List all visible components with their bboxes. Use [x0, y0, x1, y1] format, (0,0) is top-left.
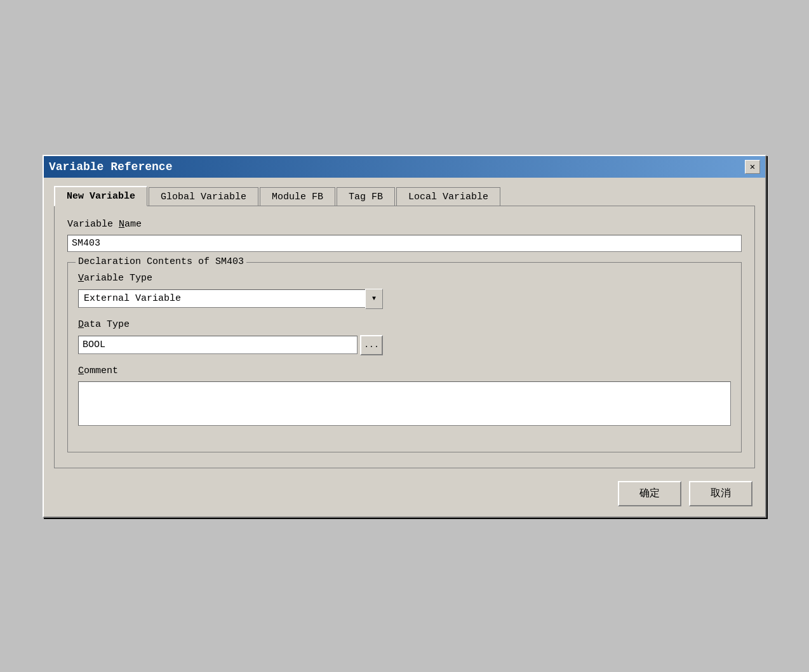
- declaration-contents-group: Declaration Contents of SM403 Variable T…: [67, 262, 742, 452]
- tab-global-variable[interactable]: Global Variable: [149, 187, 258, 206]
- dropdown-arrow-icon[interactable]: ▼: [365, 289, 383, 309]
- close-icon: ✕: [750, 161, 755, 172]
- close-button[interactable]: ✕: [745, 160, 760, 174]
- comment-section: Comment: [78, 366, 731, 429]
- variable-name-input[interactable]: [67, 235, 742, 252]
- variable-type-select[interactable]: External Variable Local Variable Input V…: [78, 289, 366, 308]
- cancel-button[interactable]: 取消: [689, 481, 752, 506]
- group-box-title: Declaration Contents of SM403: [76, 256, 246, 267]
- data-type-section: Data Type ...: [78, 319, 731, 355]
- tab-bar: New Variable Global Variable Module FB T…: [54, 185, 755, 206]
- data-type-input[interactable]: [78, 336, 358, 354]
- data-type-label: Data Type: [78, 319, 731, 330]
- dialog-title: Variable Reference: [49, 161, 172, 173]
- title-bar: Variable Reference ✕: [44, 156, 765, 178]
- tab-module-fb[interactable]: Module FB: [260, 187, 335, 206]
- variable-type-dropdown-container: External Variable Local Variable Input V…: [78, 289, 383, 309]
- variable-name-label: Variable Name: [67, 219, 742, 230]
- variable-type-section: Variable Type External Variable Local Va…: [78, 273, 731, 309]
- button-row: 确定 取消: [54, 481, 755, 506]
- variable-type-label: Variable Type: [78, 273, 731, 284]
- browse-button[interactable]: ...: [360, 335, 383, 355]
- dialog-window: Variable Reference ✕ New Variable Global…: [43, 155, 766, 518]
- tab-tag-fb[interactable]: Tag FB: [337, 187, 395, 206]
- dialog-content: New Variable Global Variable Module FB T…: [44, 178, 765, 517]
- tab-new-variable[interactable]: New Variable: [54, 186, 147, 206]
- ok-button[interactable]: 确定: [618, 481, 681, 506]
- tab-content: Variable Name Declaration Contents of SM…: [54, 206, 755, 468]
- variable-name-section: Variable Name: [67, 219, 742, 252]
- comment-label: Comment: [78, 366, 731, 376]
- data-type-row: ...: [78, 335, 383, 355]
- comment-textarea[interactable]: [78, 381, 731, 426]
- tab-local-variable[interactable]: Local Variable: [396, 187, 500, 206]
